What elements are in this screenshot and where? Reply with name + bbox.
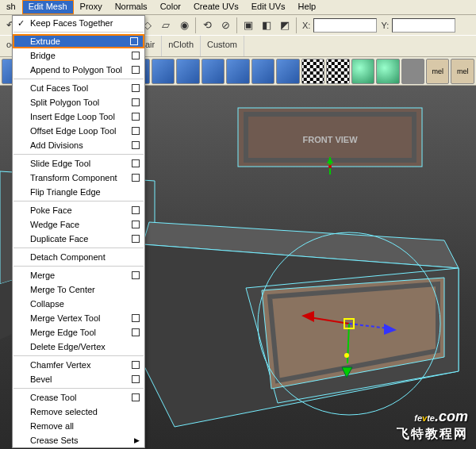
menu-item-detach-component[interactable]: Detach Component <box>13 250 144 264</box>
option-box-icon[interactable] <box>132 314 140 322</box>
x-input[interactable] <box>313 18 377 33</box>
option-box-icon[interactable] <box>132 271 140 279</box>
menu-item-label: Wedge Face <box>30 220 79 229</box>
shelf-icon-8[interactable] <box>202 59 225 84</box>
menu-item-cut-faces-tool[interactable]: Cut Faces Tool <box>13 81 144 95</box>
shelf-icon-11[interactable] <box>276 59 299 84</box>
tool-ipr[interactable]: ◧ <box>258 17 275 34</box>
check-icon: ✓ <box>17 18 25 29</box>
shelf-tab-custom[interactable]: Custom <box>201 36 244 56</box>
menu-item-merge[interactable]: Merge <box>13 268 144 282</box>
option-box-icon[interactable] <box>132 235 140 243</box>
menu-item-collapse[interactable]: Collapse <box>13 297 144 311</box>
menu-item-duplicate-face[interactable]: Duplicate Face <box>13 232 144 246</box>
menu-item-offset-edge-loop-tool[interactable]: Offset Edge Loop Tool <box>13 124 144 138</box>
front-view-label: FRONT VIEW <box>302 135 358 144</box>
tool-render[interactable]: ▣ <box>240 17 257 34</box>
tool-snap-plane[interactable]: ▱ <box>157 17 175 34</box>
menu-item-crease-tool[interactable]: Crease Tool <box>13 390 144 405</box>
menu-item-remove-all[interactable]: Remove all <box>13 419 144 433</box>
option-box-icon[interactable] <box>132 159 140 167</box>
menu-item-chamfer-vertex[interactable]: Chamfer Vertex <box>13 358 144 372</box>
menu-item-append-to-polygon-tool[interactable]: Append to Polygon Tool <box>13 63 144 77</box>
option-box-icon[interactable] <box>132 84 140 92</box>
menu-item-slide-edge-tool[interactable]: Slide Edge Tool <box>13 156 144 171</box>
shelf-icon-12[interactable] <box>301 59 324 84</box>
tool-render-settings[interactable]: ◩ <box>276 17 294 34</box>
brand-suffix: .com <box>435 409 468 424</box>
menu-item-poke-face[interactable]: Poke Face <box>13 203 144 217</box>
menu-proxy[interactable]: Proxy <box>74 0 109 14</box>
menu-item-label: Poke Face <box>30 205 72 215</box>
menu-item-transform-component[interactable]: Transform Component <box>13 171 144 185</box>
edit-mesh-dropdown: ✓Keep Faces TogetherExtrudeBridgeAppend … <box>12 15 145 448</box>
menu-sh[interactable]: sh <box>0 0 22 14</box>
menu-item-merge-vertex-tool[interactable]: Merge Vertex Tool <box>13 311 144 325</box>
tool-history[interactable]: ⟲ <box>198 17 216 34</box>
menu-help[interactable]: Help <box>292 0 323 14</box>
option-box-icon[interactable] <box>132 221 140 228</box>
option-box-icon[interactable] <box>132 66 140 74</box>
menu-item-wedge-face[interactable]: Wedge Face <box>13 217 144 232</box>
option-box-icon[interactable] <box>132 206 140 214</box>
menu-create-uvs[interactable]: Create UVs <box>187 0 245 14</box>
svg-point-21 <box>344 353 349 358</box>
menu-separator <box>13 248 144 248</box>
menu-item-insert-edge-loop-tool[interactable]: Insert Edge Loop Tool <box>13 109 144 124</box>
option-box-icon[interactable] <box>132 141 140 149</box>
menu-item-extrude[interactable]: Extrude <box>13 34 144 48</box>
option-box-icon[interactable] <box>132 52 140 59</box>
x-label: X: <box>302 21 310 30</box>
menu-item-keep-faces-together[interactable]: ✓Keep Faces Together <box>13 16 144 30</box>
menu-item-flip-triangle-edge[interactable]: Flip Triangle Edge <box>13 185 144 199</box>
y-input[interactable] <box>392 18 455 33</box>
menu-item-bevel[interactable]: Bevel <box>13 372 144 386</box>
menu-edit-mesh[interactable]: Edit Mesh <box>22 0 74 14</box>
shelf-icon-14[interactable] <box>351 59 374 84</box>
menu-item-crease-sets[interactable]: Crease Sets▶ <box>13 433 144 447</box>
menu-item-label: Remove all <box>30 421 74 431</box>
menu-item-merge-to-center[interactable]: Merge To Center <box>13 282 144 297</box>
separator <box>236 17 237 33</box>
menu-item-delete-edge-vertex[interactable]: Delete Edge/Vertex <box>13 340 144 354</box>
shelf-tab-ncloth[interactable]: nCloth <box>162 36 201 56</box>
shelf-icon-9[interactable] <box>226 59 249 84</box>
menu-item-merge-edge-tool[interactable]: Merge Edge Tool <box>13 325 144 340</box>
option-box-icon[interactable] <box>132 361 140 369</box>
option-box-icon[interactable] <box>132 174 140 182</box>
menu-edit-uvs[interactable]: Edit UVs <box>245 0 292 14</box>
menu-item-label: Keep Faces Together <box>30 18 113 28</box>
menu-item-label: Flip Triangle Edge <box>30 187 101 197</box>
shelf-icon-10[interactable] <box>251 59 274 84</box>
menu-item-add-divisions[interactable]: Add Divisions <box>13 138 144 152</box>
option-box-icon[interactable] <box>132 393 140 401</box>
option-box-icon[interactable] <box>132 375 140 383</box>
tool-snap-live[interactable]: ◉ <box>175 17 193 34</box>
menu-item-label: Add Divisions <box>30 140 83 150</box>
menu-item-label: Remove selected <box>30 407 98 416</box>
option-box-icon[interactable] <box>132 113 140 121</box>
menu-separator <box>13 388 144 389</box>
shelf-icon-18[interactable]: mel <box>451 59 474 84</box>
menu-color[interactable]: Color <box>154 0 187 14</box>
shelf-icon-15[interactable] <box>376 59 399 84</box>
option-box-icon[interactable] <box>132 127 140 135</box>
menu-item-label: Extrude <box>30 36 60 46</box>
shelf-icon-7[interactable] <box>176 59 199 84</box>
menu-item-remove-selected[interactable]: Remove selected <box>13 405 144 419</box>
menu-normals[interactable]: Normals <box>109 0 154 14</box>
option-box-icon[interactable] <box>132 328 140 336</box>
menu-separator <box>13 266 144 267</box>
option-box-icon[interactable] <box>130 37 138 45</box>
shelf-icon-13[interactable] <box>326 59 349 84</box>
shelf-icon-6[interactable] <box>152 59 175 84</box>
menu-separator <box>13 201 144 201</box>
menu-item-bridge[interactable]: Bridge <box>13 48 144 63</box>
shelf-icon-17[interactable]: mel <box>426 59 449 84</box>
option-box-icon[interactable] <box>132 98 140 106</box>
menu-item-label: Duplicate Face <box>30 234 88 244</box>
menu-item-label: Offset Edge Loop Tool <box>30 126 116 136</box>
shelf-icon-16[interactable] <box>401 59 424 84</box>
menu-item-split-polygon-tool[interactable]: Split Polygon Tool <box>13 95 144 109</box>
tool-history-off[interactable]: ⊘ <box>217 17 234 34</box>
